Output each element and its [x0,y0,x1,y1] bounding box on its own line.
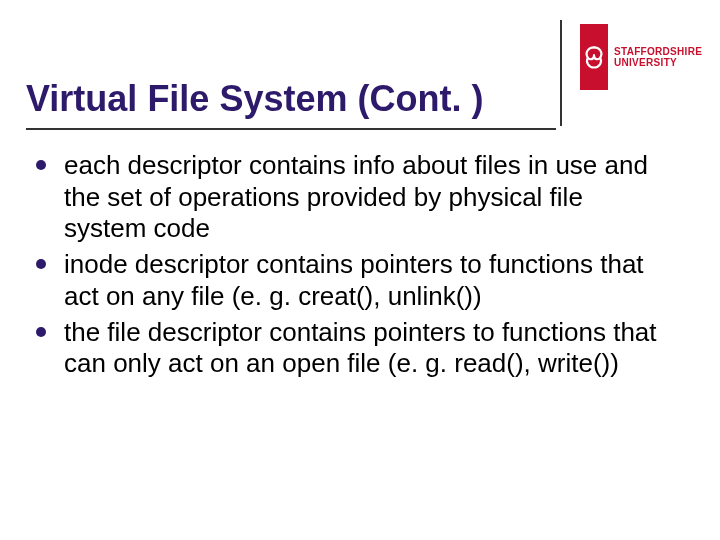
university-logo: STAFFORDSHIRE UNIVERSITY [580,24,698,90]
list-item: each descriptor contains info about file… [30,150,668,245]
slide-body: each descriptor contains info about file… [30,150,668,384]
stafford-knot-icon [580,24,608,90]
bullet-text: each descriptor contains info about file… [64,150,648,243]
bullet-list: each descriptor contains info about file… [30,150,668,380]
university-logo-text: STAFFORDSHIRE UNIVERSITY [608,24,702,90]
title-underline [26,128,556,130]
list-item: inode descriptor contains pointers to fu… [30,249,668,312]
slide-title: Virtual File System (Cont. ) [26,78,483,120]
header-vertical-divider [560,20,562,126]
logo-line-1: STAFFORDSHIRE [614,46,702,58]
list-item: the file descriptor contains pointers to… [30,317,668,380]
slide: STAFFORDSHIRE UNIVERSITY Virtual File Sy… [0,0,720,540]
logo-line-2: UNIVERSITY [614,57,702,69]
bullet-text: the file descriptor contains pointers to… [64,317,657,379]
bullet-text: inode descriptor contains pointers to fu… [64,249,644,311]
